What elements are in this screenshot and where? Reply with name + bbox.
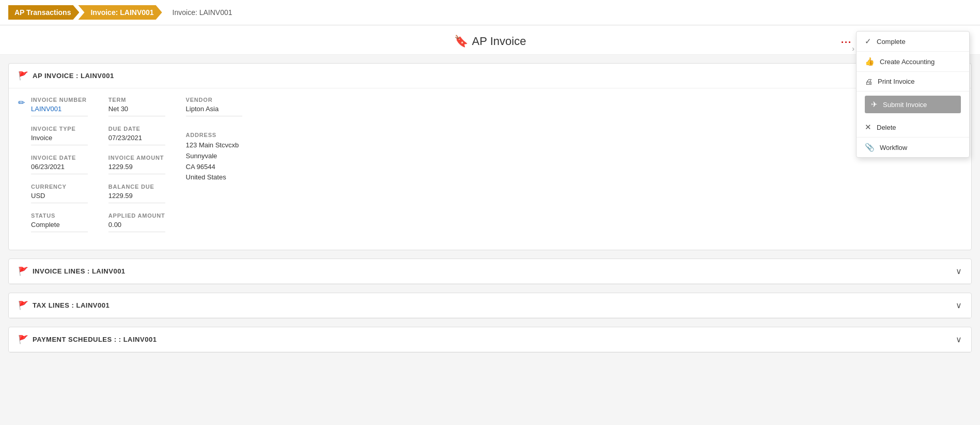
dropdown-print-invoice-label: Print Invoice <box>878 78 915 85</box>
invoice-amount-label: INVOICE AMOUNT <box>108 155 165 161</box>
action-dropdown-menu: ✓ Complete 👍 Create Accounting 🖨 Print I… <box>856 31 970 158</box>
field-vendor: VENDOR Lipton Asia <box>186 97 243 116</box>
payment-schedules-flag-icon: 🚩 <box>18 335 28 344</box>
invoice-col3: VENDOR Lipton Asia ADDRESS 123 Main Stcv… <box>186 97 243 241</box>
due-date-value: 07/23/2021 <box>108 134 165 145</box>
dropdown-delete[interactable]: ✕ Delete <box>857 117 969 138</box>
tax-lines-section: 🚩 TAX LINES : LAINV001 ∨ <box>8 293 972 318</box>
field-invoice-number: INVOICE NUMBER LAINV001 <box>31 97 88 116</box>
payment-schedules-section: 🚩 PAYMENT SCHEDULES : : LAINV001 ∨ <box>8 327 972 353</box>
dropdown-close-arrow[interactable]: › <box>852 44 854 53</box>
field-address: ADDRESS 123 Main Stcvcxb Sunnyvale CA 96… <box>186 132 243 186</box>
field-applied-amount: APPLIED AMOUNT 0.00 <box>108 212 165 232</box>
invoice-type-value: Invoice <box>31 134 88 145</box>
currency-label: CURRENCY <box>31 184 88 190</box>
field-currency: CURRENCY USD <box>31 184 88 203</box>
invoice-lines-title: INVOICE LINES : LAINV001 <box>33 267 126 275</box>
tax-lines-flag-icon: 🚩 <box>18 300 28 310</box>
payment-schedules-chevron-icon[interactable]: ∨ <box>956 335 962 344</box>
complete-icon: ✓ <box>865 37 872 46</box>
invoice-type-label: INVOICE TYPE <box>31 126 88 132</box>
field-invoice-date: INVOICE DATE 06/23/2021 <box>31 155 88 174</box>
section-header-left: 🚩 AP INVOICE : LAINV001 <box>18 71 114 81</box>
ap-invoice-section: 🚩 AP INVOICE : LAINV001 ✏ INVOICE NUMBER… <box>8 63 972 250</box>
more-options-dots[interactable]: ··· <box>841 37 852 48</box>
address-value: 123 Main Stcvcxb Sunnyvale CA 96544 Unit… <box>186 140 243 186</box>
term-value: Net 30 <box>108 105 165 116</box>
field-due-date: DUE DATE 07/23/2021 <box>108 126 165 145</box>
ap-invoice-section-header: 🚩 AP INVOICE : LAINV001 <box>9 64 971 88</box>
breadcrumb-current: Invoice: LAINV001 <box>173 8 232 17</box>
dropdown-print-invoice[interactable]: 🖨 Print Invoice <box>857 72 969 92</box>
invoice-date-label: INVOICE DATE <box>31 155 88 161</box>
applied-amount-label: APPLIED AMOUNT <box>108 212 165 219</box>
invoice-section-body: ✏ INVOICE NUMBER LAINV001 INVOICE TYPE I… <box>9 88 971 250</box>
balance-due-value: 1229.59 <box>108 192 165 203</box>
status-label: STATUS <box>31 212 88 219</box>
tax-lines-header-left: 🚩 TAX LINES : LAINV001 <box>18 300 110 310</box>
invoice-section-flag-icon: 🚩 <box>18 71 28 81</box>
currency-value: USD <box>31 192 88 203</box>
create-accounting-icon: 👍 <box>865 57 875 66</box>
invoice-lines-section: 🚩 INVOICE LINES : LAINV001 ∨ <box>8 259 972 284</box>
vendor-label: VENDOR <box>186 97 243 103</box>
dropdown-delete-label: Delete <box>877 124 896 131</box>
edit-pencil-icon[interactable]: ✏ <box>18 98 25 108</box>
page-header: 🔖 AP Invoice <box>0 25 980 55</box>
invoice-col2: TERM Net 30 DUE DATE 07/23/2021 INVOICE … <box>108 97 165 241</box>
field-invoice-amount: INVOICE AMOUNT 1229.59 <box>108 155 165 174</box>
address-label: ADDRESS <box>186 132 243 138</box>
dropdown-complete[interactable]: ✓ Complete <box>857 32 969 52</box>
due-date-label: DUE DATE <box>108 126 165 132</box>
field-term: TERM Net 30 <box>108 97 165 116</box>
invoice-section-title: AP INVOICE : LAINV001 <box>33 72 114 80</box>
balance-due-label: BALANCE DUE <box>108 184 165 190</box>
invoice-lines-flag-icon: 🚩 <box>18 266 28 276</box>
submit-icon: ✈ <box>871 100 878 109</box>
workflow-icon: 📎 <box>865 143 875 152</box>
print-icon: 🖨 <box>865 77 873 86</box>
payment-schedules-section-header[interactable]: 🚩 PAYMENT SCHEDULES : : LAINV001 ∨ <box>9 327 971 352</box>
vendor-value: Lipton Asia <box>186 105 243 116</box>
invoice-lines-section-header[interactable]: 🚩 INVOICE LINES : LAINV001 ∨ <box>9 259 971 284</box>
dropdown-create-accounting[interactable]: 👍 Create Accounting <box>857 52 969 72</box>
term-label: TERM <box>108 97 165 103</box>
invoice-number-value[interactable]: LAINV001 <box>31 105 88 116</box>
tax-lines-chevron-icon[interactable]: ∨ <box>956 300 962 310</box>
delete-icon: ✕ <box>865 123 872 132</box>
payment-schedules-title: PAYMENT SCHEDULES : : LAINV001 <box>33 336 157 343</box>
dropdown-complete-label: Complete <box>877 38 906 45</box>
invoice-amount-value: 1229.59 <box>108 163 165 174</box>
field-balance-due: BALANCE DUE 1229.59 <box>108 184 165 203</box>
field-status: STATUS Complete <box>31 212 88 232</box>
dropdown-submit-invoice[interactable]: ✈ Submit Invoice <box>865 96 961 113</box>
page-title: AP Invoice <box>472 35 526 48</box>
status-value: Complete <box>31 221 88 232</box>
dropdown-workflow-label: Workflow <box>880 144 907 151</box>
invoice-detail-grid: INVOICE NUMBER LAINV001 INVOICE TYPE Inv… <box>31 97 242 241</box>
field-invoice-type: INVOICE TYPE Invoice <box>31 126 88 145</box>
invoice-lines-chevron-icon[interactable]: ∨ <box>956 266 962 276</box>
applied-amount-value: 0.00 <box>108 221 165 232</box>
dropdown-workflow[interactable]: 📎 Workflow <box>857 138 969 157</box>
breadcrumb: AP Transactions Invoice: LAINV001 Invoic… <box>0 0 980 25</box>
dropdown-submit-invoice-label: Submit Invoice <box>883 101 927 109</box>
tax-lines-section-header[interactable]: 🚩 TAX LINES : LAINV001 ∨ <box>9 293 971 318</box>
invoice-body-inner: ✏ INVOICE NUMBER LAINV001 INVOICE TYPE I… <box>18 97 962 241</box>
breadcrumb-ap-transactions[interactable]: AP Transactions <box>8 5 79 20</box>
invoice-lines-header-left: 🚩 INVOICE LINES : LAINV001 <box>18 266 126 276</box>
invoice-col1: INVOICE NUMBER LAINV001 INVOICE TYPE Inv… <box>31 97 88 241</box>
invoice-date-value: 06/23/2021 <box>31 163 88 174</box>
breadcrumb-invoice[interactable]: Invoice: LAINV001 <box>78 5 162 20</box>
payment-schedules-header-left: 🚩 PAYMENT SCHEDULES : : LAINV001 <box>18 335 157 344</box>
invoice-number-label: INVOICE NUMBER <box>31 97 88 103</box>
dropdown-create-accounting-label: Create Accounting <box>880 58 935 66</box>
main-content: 🚩 AP INVOICE : LAINV001 ✏ INVOICE NUMBER… <box>0 55 980 369</box>
tax-lines-title: TAX LINES : LAINV001 <box>33 301 110 309</box>
ap-invoice-flag-icon: 🔖 <box>454 35 468 48</box>
